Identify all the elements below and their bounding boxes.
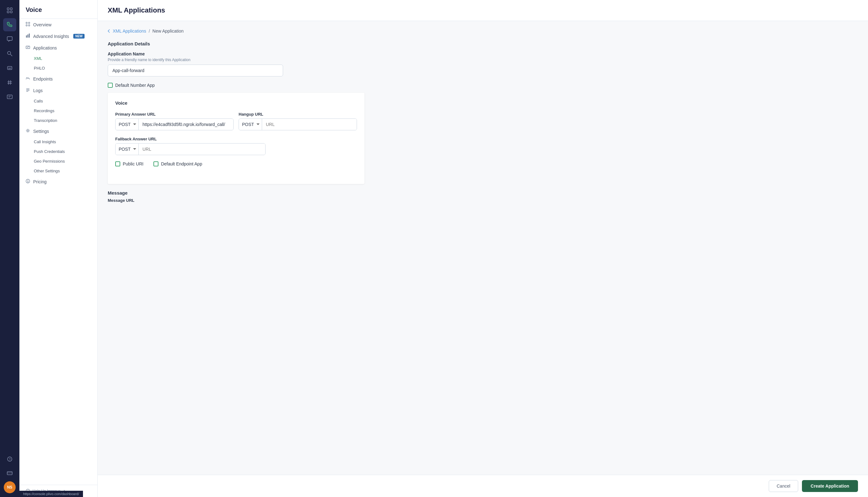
fallback-method-select[interactable]: POST GET <box>116 143 139 155</box>
svg-text:?: ? <box>9 457 11 461</box>
app-name-input[interactable] <box>108 65 283 76</box>
sidebar-item-advanced-insights[interactable]: Advanced Insights NEW <box>19 30 98 42</box>
svg-rect-20 <box>26 22 27 24</box>
default-number-label: Default Number App <box>115 83 155 88</box>
sidebar-item-other-settings-label: Other Settings <box>34 169 60 173</box>
app-name-label: Application Name <box>108 52 858 56</box>
breadcrumb-parent[interactable]: XML Applications <box>113 29 146 33</box>
nav-sidebar: Voice Overview Advanced Insights NEW App… <box>19 0 98 497</box>
footer-bar: Cancel Create Application <box>98 475 868 497</box>
sidebar-item-xml[interactable]: XML <box>19 54 98 63</box>
back-icon[interactable] <box>108 29 110 33</box>
fallback-url-input[interactable] <box>139 143 265 155</box>
sidebar-item-overview[interactable]: Overview <box>19 19 98 30</box>
hangup-url-input-group: POST GET <box>239 118 357 130</box>
svg-rect-23 <box>29 25 30 26</box>
sidebar-item-logs[interactable]: Logs <box>19 85 98 96</box>
sidebar-item-endpoints[interactable]: Endpoints <box>19 73 98 85</box>
sidebar-item-push-credentials-label: Push Credentials <box>34 149 65 154</box>
default-endpoint-row: Default Endpoint App <box>153 161 202 166</box>
hangup-url-input[interactable] <box>262 119 357 130</box>
sidebar-item-calls[interactable]: Calls <box>19 96 98 106</box>
sidebar-item-pricing[interactable]: $ Pricing <box>19 176 98 187</box>
nav-hash-icon[interactable] <box>3 76 16 89</box>
applications-icon <box>26 45 30 51</box>
sidebar-item-transcription[interactable]: Transcription <box>19 116 98 125</box>
fallback-answer-group: Fallback Answer URL POST GET <box>115 137 357 155</box>
nav-contacts-icon[interactable] <box>3 90 16 103</box>
breadcrumb-separator: / <box>149 29 150 33</box>
overview-icon <box>26 22 30 27</box>
hangup-url-field: Hangup URL POST GET <box>239 112 357 130</box>
settings-icon <box>26 128 30 134</box>
nav-chat-icon[interactable] <box>3 32 16 46</box>
sidebar-item-settings[interactable]: Settings <box>19 125 98 137</box>
primary-method-select[interactable]: POST GET <box>116 119 139 130</box>
hangup-method-select[interactable]: POST GET <box>239 119 262 130</box>
sidebar-item-transcription-label: Transcription <box>34 118 57 123</box>
sidebar-item-xml-label: XML <box>34 56 42 61</box>
cancel-button[interactable]: Cancel <box>769 480 798 492</box>
sidebar-item-call-insights[interactable]: Call Insights <box>19 137 98 147</box>
svg-rect-2 <box>7 11 9 13</box>
sidebar-item-other-settings[interactable]: Other Settings <box>19 166 98 176</box>
page-header: XML Applications <box>98 0 868 21</box>
logs-icon <box>26 88 30 93</box>
default-endpoint-label: Default Endpoint App <box>161 161 202 166</box>
primary-answer-field: Primary Answer URL POST GET <box>115 112 234 130</box>
sidebar-item-geo-permissions[interactable]: Geo Permissions <box>19 156 98 166</box>
public-uri-label: Public URI <box>123 161 143 166</box>
nav-phone-icon[interactable] <box>3 18 16 31</box>
nav-help-icon[interactable]: ? <box>3 453 16 466</box>
default-number-checkbox[interactable] <box>108 83 113 88</box>
icon-sidebar: SIP ? NS <box>0 0 19 497</box>
page-title: XML Applications <box>108 6 858 14</box>
fallback-url-input-group: POST GET <box>115 143 266 155</box>
message-url-label: Message URL <box>108 198 858 203</box>
svg-text:$: $ <box>27 180 29 183</box>
default-endpoint-checkbox[interactable] <box>153 161 159 166</box>
sidebar-item-phlo[interactable]: PHLO <box>19 63 98 73</box>
nav-lookup-icon[interactable] <box>3 47 16 60</box>
svg-point-34 <box>27 130 29 132</box>
svg-line-10 <box>10 80 11 85</box>
svg-rect-4 <box>7 37 12 40</box>
svg-rect-24 <box>26 36 27 38</box>
public-uri-checkbox[interactable] <box>115 161 120 166</box>
voice-panel: Voice Primary Answer URL POST GET Hangup… <box>108 93 365 184</box>
svg-rect-3 <box>10 11 12 13</box>
sidebar-item-insights-label: Advanced Insights <box>33 34 69 39</box>
breadcrumb: XML Applications / New Application <box>108 29 858 33</box>
sidebar-item-call-insights-label: Call Insights <box>34 140 56 144</box>
svg-rect-25 <box>28 34 29 38</box>
svg-rect-18 <box>7 472 12 475</box>
nav-messaging-icon[interactable] <box>3 467 16 480</box>
sidebar-item-recordings[interactable]: Recordings <box>19 106 98 116</box>
create-application-button[interactable]: Create Application <box>802 480 858 492</box>
sidebar-item-pricing-label: Pricing <box>33 179 47 184</box>
svg-rect-22 <box>26 25 27 26</box>
sidebar-item-recordings-label: Recordings <box>34 109 55 113</box>
primary-hangup-row: Primary Answer URL POST GET Hangup URL P… <box>115 112 357 130</box>
uri-checkboxes-row: Public URI Default Endpoint App <box>115 161 357 171</box>
sidebar-item-geo-permissions-label: Geo Permissions <box>34 159 65 164</box>
sidebar-item-push-credentials[interactable]: Push Credentials <box>19 147 98 156</box>
voice-panel-title: Voice <box>115 100 357 105</box>
tooltip-url-bar: https://console.plivo.com/dashboard/ <box>19 491 83 497</box>
user-avatar[interactable]: NS <box>4 481 16 493</box>
primary-answer-input-group: POST GET <box>115 118 234 130</box>
nav-sip-icon[interactable]: SIP <box>3 61 16 74</box>
svg-line-6 <box>10 54 12 56</box>
primary-url-input[interactable] <box>139 119 233 130</box>
svg-rect-0 <box>7 8 9 10</box>
sidebar-item-logs-label: Logs <box>33 88 43 93</box>
sidebar-title: Voice <box>19 0 98 19</box>
section-title-app-details: Application Details <box>108 41 858 46</box>
sidebar-item-applications[interactable]: Applications <box>19 42 98 54</box>
svg-line-9 <box>9 80 9 85</box>
nav-grid-icon[interactable] <box>3 4 16 17</box>
public-uri-row: Public URI <box>115 161 143 166</box>
insights-icon <box>26 33 30 39</box>
svg-rect-13 <box>7 95 12 99</box>
endpoints-icon <box>26 76 30 82</box>
